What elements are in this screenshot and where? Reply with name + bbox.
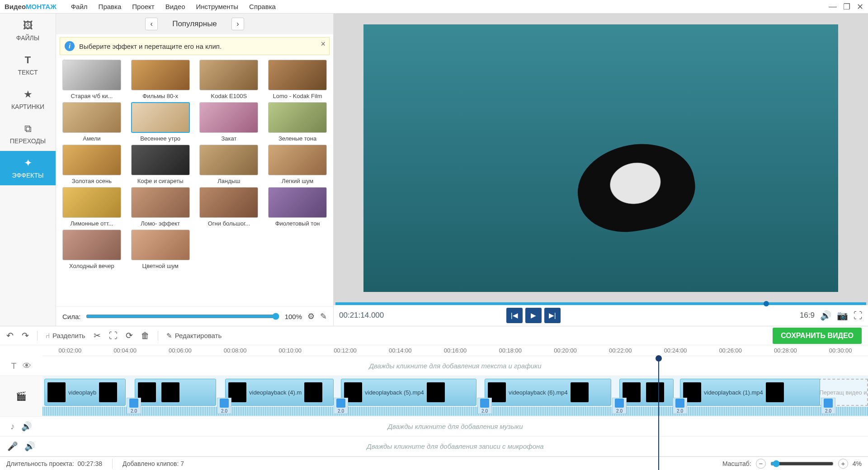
- music-track-icon: ♪: [10, 422, 15, 432]
- sidebar-text[interactable]: T ТЕКСТ: [0, 48, 56, 82]
- effect-item[interactable]: Зеленые тона: [266, 102, 329, 142]
- category-next-button[interactable]: ›: [231, 18, 244, 30]
- effect-item[interactable]: Ломо- эффект: [129, 187, 192, 227]
- window-maximize-icon[interactable]: ❐: [843, 2, 850, 12]
- play-button[interactable]: ▶: [525, 308, 542, 323]
- sidebar-transitions[interactable]: ⧉ ПЕРЕХОДЫ: [0, 117, 56, 151]
- effect-item[interactable]: Амели: [61, 102, 123, 142]
- effect-thumbnail: [131, 102, 190, 133]
- effect-item[interactable]: Kodak E100S: [198, 60, 260, 99]
- audio-waveform: [42, 407, 868, 416]
- ruler-tick: 00:18:00: [483, 347, 538, 354]
- transition-marker[interactable]: 2.0: [477, 398, 492, 414]
- transition-marker[interactable]: 2.0: [673, 398, 687, 414]
- settings-icon[interactable]: ⚙: [307, 311, 315, 321]
- volume-icon[interactable]: 🔊: [820, 310, 831, 321]
- redo-button[interactable]: ↷: [22, 330, 29, 341]
- effect-item[interactable]: Золотая осень: [61, 145, 123, 184]
- sidebar: 🖼 ФАЙЛЫ T ТЕКСТ ★ КАРТИНКИ ⧉ ПЕРЕХОДЫ ✦ …: [0, 14, 56, 326]
- visibility-icon[interactable]: 👁: [23, 361, 31, 371]
- effect-item[interactable]: Легкий шум: [266, 145, 329, 184]
- clip-label: videoplayb: [68, 389, 96, 396]
- menu-справка[interactable]: Справка: [244, 3, 281, 10]
- effect-item[interactable]: Старая ч/б ки...: [61, 60, 123, 99]
- effect-item[interactable]: Лимонные отт...: [61, 187, 123, 227]
- clip-label: videoplayback (1).mp4: [704, 389, 763, 396]
- crop-button[interactable]: ⛶: [109, 331, 118, 341]
- category-prev-button[interactable]: ‹: [145, 18, 158, 30]
- fullscreen-icon[interactable]: ⛶: [854, 310, 863, 321]
- prev-frame-button[interactable]: |◀: [506, 308, 523, 323]
- sidebar-files[interactable]: 🖼 ФАЙЛЫ: [0, 14, 56, 48]
- aspect-ratio-label: 16:9: [800, 311, 815, 320]
- save-video-button[interactable]: СОХРАНИТЬ ВИДЕО: [773, 328, 862, 344]
- timeline-ruler[interactable]: 00:02:0000:04:0000:06:0000:08:0000:10:00…: [42, 345, 868, 356]
- text-track[interactable]: Дважды кликните для добавления текста и …: [42, 356, 868, 376]
- zoom-in-button[interactable]: +: [838, 459, 848, 469]
- ruler-tick: 00:16:00: [428, 347, 483, 354]
- effect-thumbnail: [131, 145, 190, 175]
- playhead[interactable]: [658, 356, 659, 470]
- effect-item[interactable]: Огни большог...: [198, 187, 260, 227]
- video-clip[interactable]: videoplayback (1).mp4: [680, 379, 820, 406]
- video-clip[interactable]: videoplayback (5).mp4: [341, 379, 476, 406]
- effect-item[interactable]: Цветной шум: [129, 230, 192, 269]
- menu-файл[interactable]: Файл: [66, 3, 93, 10]
- transition-icon: [129, 399, 138, 408]
- window-minimize-icon[interactable]: —: [829, 2, 837, 12]
- effect-item[interactable]: Фиолетовый тон: [266, 187, 329, 227]
- strength-value: 100%: [285, 313, 302, 320]
- video-track[interactable]: Перетащ видео и videoplaybvideoplayback …: [42, 376, 868, 417]
- delete-button[interactable]: 🗑: [141, 331, 150, 341]
- strength-slider[interactable]: [86, 313, 279, 320]
- menu-видео[interactable]: Видео: [160, 3, 191, 10]
- video-clip[interactable]: [619, 379, 674, 406]
- menu-проект[interactable]: Проект: [127, 3, 160, 10]
- edit-button[interactable]: ✎ Редактировать: [166, 332, 222, 340]
- transition-marker[interactable]: 2.0: [612, 398, 627, 414]
- transition-marker[interactable]: 2.0: [127, 398, 141, 414]
- effect-item[interactable]: Весеннее утро: [129, 102, 192, 142]
- menu-инструменты[interactable]: Инструменты: [191, 3, 244, 10]
- window-close-icon[interactable]: ✕: [857, 2, 863, 12]
- text-icon: T: [25, 54, 31, 66]
- sidebar-effects[interactable]: ✦ ЭФФЕКТЫ: [0, 151, 56, 185]
- brush-icon[interactable]: ✎: [320, 311, 327, 321]
- undo-button[interactable]: ↶: [6, 330, 14, 341]
- sidebar-pictures[interactable]: ★ КАРТИНКИ: [0, 82, 56, 117]
- ruler-tick: 00:20:00: [538, 347, 593, 354]
- effect-item[interactable]: Закат: [198, 102, 260, 142]
- ruler-tick: 00:26:00: [703, 347, 758, 354]
- effect-item[interactable]: Lomo - Kodak Film: [266, 60, 329, 99]
- preview-scrubber[interactable]: [335, 302, 866, 305]
- banner-close-button[interactable]: ×: [321, 39, 326, 49]
- video-preview[interactable]: [335, 15, 866, 301]
- menubar: ВидеоМОНТАЖ ФайлПравкаПроектВидеоИнструм…: [0, 0, 868, 14]
- effect-item[interactable]: Фильмы 80-х: [129, 60, 192, 99]
- effect-item[interactable]: Ландыш: [198, 145, 260, 184]
- zoom-slider[interactable]: [770, 460, 834, 467]
- transition-icon: [336, 399, 345, 408]
- transition-duration: 2.0: [616, 409, 623, 414]
- mic-track[interactable]: Дважды кликните для добавления записи с …: [42, 437, 868, 456]
- video-clip[interactable]: videoplayb: [44, 379, 126, 406]
- snapshot-icon[interactable]: 📷: [837, 310, 848, 321]
- menu-правка[interactable]: Правка: [93, 3, 127, 10]
- effect-item[interactable]: Кофе и сигареты: [129, 145, 192, 184]
- video-clip[interactable]: videoplayback (6).mp4: [485, 379, 611, 406]
- mute-icon[interactable]: 🔊: [24, 441, 35, 451]
- rotate-button[interactable]: ⟳: [126, 330, 133, 341]
- split-button[interactable]: ⑁ Разделить: [46, 332, 85, 339]
- video-clip[interactable]: videoplayback (4).m: [225, 379, 334, 406]
- music-track[interactable]: Дважды кликните для добавления музыки: [42, 417, 868, 437]
- video-clip[interactable]: [135, 379, 216, 406]
- effect-item[interactable]: Холодный вечер: [61, 230, 123, 269]
- transition-marker[interactable]: 2.0: [217, 398, 231, 414]
- transition-marker[interactable]: 2.0: [821, 398, 835, 414]
- zoom-out-button[interactable]: −: [756, 459, 766, 469]
- mute-icon[interactable]: 🔊: [21, 421, 32, 432]
- ruler-tick: 00:30:00: [813, 347, 868, 354]
- next-frame-button[interactable]: ▶|: [544, 308, 561, 323]
- cut-button[interactable]: ✂: [94, 330, 101, 341]
- transition-marker[interactable]: 2.0: [334, 398, 348, 414]
